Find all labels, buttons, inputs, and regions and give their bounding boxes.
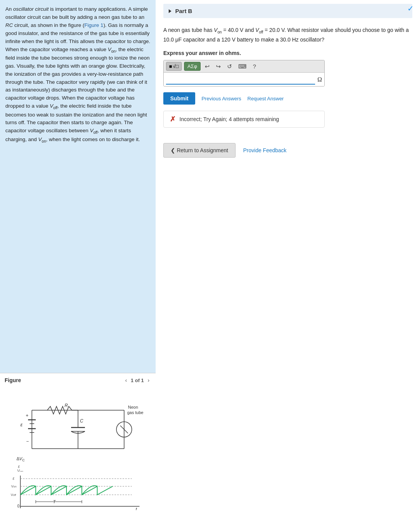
toolbar-row: ■ √□ ΑΣφ ↩ ↪ ↺ ⌨ ? bbox=[164, 60, 324, 73]
figure-diagram: + − ε R bbox=[0, 387, 156, 514]
bottom-actions: ❮ Return to Assignment Provide Feedback bbox=[163, 143, 412, 158]
question-area: A neon gas tube has Von = 40.0 V and Vof… bbox=[163, 26, 412, 44]
error-message: Incorrect; Try Again; 4 attempts remaini… bbox=[179, 116, 279, 122]
answer-input[interactable] bbox=[166, 74, 315, 85]
feedback-box: ✗ Incorrect; Try Again; 4 attempts remai… bbox=[163, 111, 325, 128]
circuit-diagram: + − ε R bbox=[9, 387, 147, 472]
left-panel: An oscillator circuit is important to ma… bbox=[0, 0, 156, 514]
figure-link[interactable]: Figure 1 bbox=[85, 22, 104, 28]
svg-text:0: 0 bbox=[17, 504, 20, 508]
provide-feedback-link[interactable]: Provide Feedback bbox=[243, 147, 287, 153]
undo-button[interactable]: ↩ bbox=[203, 62, 212, 71]
error-icon: ✗ bbox=[170, 115, 176, 123]
redo-icon: ↪ bbox=[216, 63, 221, 70]
figure-label: Figure bbox=[5, 377, 21, 383]
keyboard-button[interactable]: ⌨ bbox=[236, 62, 249, 71]
reset-icon: ↺ bbox=[227, 63, 232, 70]
svg-text:gas tube: gas tube bbox=[127, 410, 143, 415]
check-icon: ✓ bbox=[407, 4, 414, 13]
input-toolbar: ■ √□ ΑΣφ ↩ ↪ ↺ ⌨ ? bbox=[163, 60, 325, 86]
express-label: Express your answer in ohms. bbox=[163, 50, 412, 56]
figure-section: Figure ‹ 1 of 1 › + bbox=[0, 373, 156, 514]
figure-prev-button[interactable]: ‹ bbox=[124, 376, 129, 384]
svg-text:+: + bbox=[26, 413, 28, 418]
keyboard-icon: ⌨ bbox=[238, 63, 247, 70]
svg-text:Von: Von bbox=[11, 484, 17, 488]
figure-pagination: 1 of 1 bbox=[131, 378, 144, 383]
help-button[interactable]: ? bbox=[251, 62, 258, 70]
redo-button[interactable]: ↪ bbox=[214, 62, 223, 71]
svg-text:R: R bbox=[65, 403, 68, 408]
waveform-graph: t ε Von Voff 0 bbox=[9, 472, 147, 510]
unit-label: Ω bbox=[317, 76, 322, 83]
undo-icon: ↩ bbox=[205, 63, 210, 70]
context-paragraph: An oscillator circuit is important to ma… bbox=[5, 5, 150, 144]
part-b-label: Part B bbox=[175, 8, 192, 14]
sqrt-icon: √□ bbox=[173, 63, 179, 69]
reset-button[interactable]: ↺ bbox=[225, 62, 234, 71]
request-answer-link[interactable]: Request Answer bbox=[247, 96, 284, 101]
symbol-button[interactable]: ΑΣφ bbox=[184, 62, 201, 71]
svg-text:Von: Von bbox=[17, 469, 23, 472]
svg-text:ε: ε bbox=[13, 476, 15, 481]
submit-button[interactable]: Submit bbox=[163, 92, 195, 105]
action-row: Submit Previous Answers Request Answer bbox=[163, 92, 412, 105]
svg-text:ΔVC: ΔVC bbox=[17, 456, 25, 462]
svg-text:Neon: Neon bbox=[128, 405, 138, 409]
math-template-button[interactable]: ■ √□ bbox=[166, 62, 182, 71]
svg-text:Voff: Voff bbox=[11, 493, 16, 497]
svg-text:−: − bbox=[26, 439, 29, 444]
part-b-header: Part B bbox=[163, 4, 412, 18]
input-row: Ω bbox=[164, 73, 324, 86]
math-template-icon: ■ bbox=[169, 63, 172, 69]
svg-text:C: C bbox=[80, 418, 83, 424]
return-button[interactable]: ❮ Return to Assignment bbox=[163, 143, 236, 158]
right-panel: ✓ Part B A neon gas tube has Von = 40.0 … bbox=[156, 0, 420, 514]
symbol-label: ΑΣφ bbox=[188, 63, 197, 69]
svg-text:ε: ε bbox=[18, 464, 20, 469]
figure-nav: ‹ 1 of 1 › bbox=[124, 376, 151, 384]
previous-answers-link[interactable]: Previous Answers bbox=[201, 96, 241, 101]
figure-next-button[interactable]: › bbox=[146, 376, 151, 384]
svg-text:ε: ε bbox=[20, 422, 23, 428]
collapse-triangle[interactable] bbox=[169, 9, 171, 13]
svg-text:t: t bbox=[136, 507, 137, 510]
help-icon: ? bbox=[253, 63, 256, 70]
